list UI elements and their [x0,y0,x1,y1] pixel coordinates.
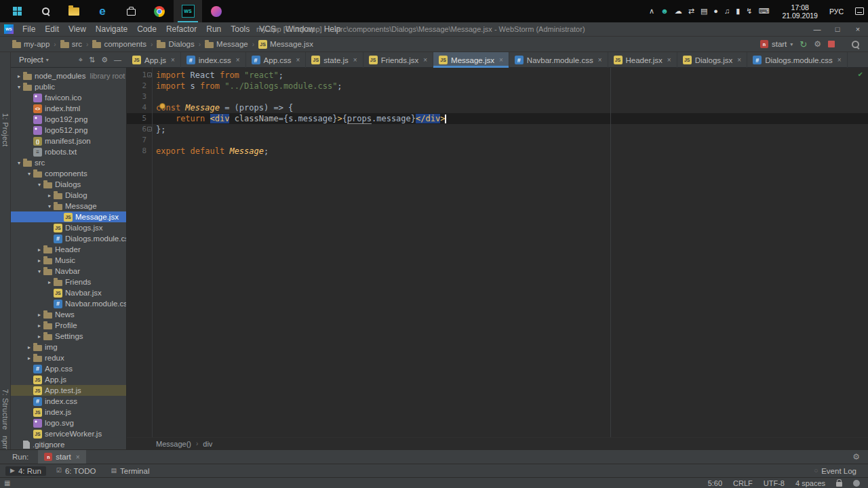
close-icon[interactable]: × [236,56,240,64]
tree-item-Settings[interactable]: ▸Settings [11,331,126,342]
editor-breadcrumb-div[interactable]: div [203,440,212,448]
tree-item-Navbar.jsx[interactable]: JSNavbar.jsx [11,287,126,298]
onedrive-icon[interactable]: ☁ [675,7,682,15]
code-line-8[interactable]: 8export default Message; [127,146,868,157]
tree-item-logo192.png[interactable]: logo192.png [11,114,126,125]
tree-item-Message.jsx[interactable]: JSMessage.jsx [11,211,126,222]
tree-item-favicon.ico[interactable]: favicon.ico [11,92,126,103]
tree-item-logo.svg[interactable]: logo.svg [11,418,126,428]
tree-item-.gitignore[interactable]: .gitignore [11,439,126,449]
expand-collapse-icon[interactable]: ⇅ [89,56,95,64]
menu-tools[interactable]: Tools [226,24,254,34]
stripe-button-project[interactable]: 1: Project [1,113,9,146]
close-icon[interactable]: × [353,56,357,64]
tree-item-serviceWorker.js[interactable]: JSserviceWorker.js [11,428,126,439]
chevron-down-icon[interactable]: ▾ [15,84,23,90]
run-config-selector[interactable]: n start ▾ [760,40,793,48]
tree-item-Dialogs[interactable]: ▾Dialogs [11,179,126,190]
chevron-right-icon[interactable]: ▸ [35,258,43,264]
taskbar-app-media-app[interactable] [202,0,231,22]
chevron-right-icon[interactable]: ▸ [25,355,33,361]
indent-style[interactable]: 4 spaces [795,479,825,487]
tree-item-Music[interactable]: ▸Music [11,255,126,266]
line-number[interactable]: 6− [127,124,152,135]
code-line-6[interactable]: 6−}; [127,124,868,135]
language-indicator[interactable]: РУС [829,7,844,16]
locate-file-icon[interactable]: ⌖ [79,56,83,64]
tab-Message.jsx[interactable]: JSMessage.jsx× [433,52,509,68]
hidden-icons-icon[interactable]: ∧ [649,7,654,15]
tree-item-App.test.js[interactable]: JSApp.test.js [11,385,126,396]
line-number[interactable]: 2 [127,81,152,92]
close-icon[interactable]: × [171,56,175,64]
chevron-right-icon[interactable]: ▸ [45,279,54,285]
taskbar-app-edge[interactable]: e [88,0,117,22]
tree-item-logo512.png[interactable]: logo512.png [11,125,126,136]
tab-Header.jsx[interactable]: JSHeader.jsx× [608,52,677,68]
chevron-right-icon[interactable]: ▸ [45,192,54,199]
tree-item-Dialogs.jsx[interactable]: JSDialogs.jsx [11,222,126,233]
maximize-button[interactable]: □ [827,22,848,37]
close-icon[interactable]: × [76,453,80,461]
close-icon[interactable]: × [598,56,602,64]
project-view-selector[interactable]: Project [19,56,43,64]
tree-item-Dialogs.module.css[interactable]: #Dialogs.module.css [11,233,126,244]
tree-item-components[interactable]: ▾components [11,168,126,179]
code-editor[interactable]: 1−import React from "react";2import s fr… [127,68,868,437]
toolwindow-button-event-log[interactable]: ◌Event Log [810,466,861,476]
tab-App.js[interactable]: JSApp.js× [127,52,181,68]
tree-item-index.js[interactable]: JSindex.js [11,407,126,418]
menu-edit[interactable]: Edit [40,24,64,34]
stripe-button-npm[interactable]: npm [1,436,9,451]
close-icon[interactable]: × [296,56,300,64]
tree-item-Profile[interactable]: ▸Profile [11,320,126,331]
settings-gear-icon[interactable]: ⚙ [101,56,108,64]
code-line-7[interactable]: 7 [127,135,868,146]
breadcrumb-item-my-app[interactable]: my-app [12,40,50,48]
tree-item-Header[interactable]: ▸Header [11,244,126,255]
run-panel-settings-icon[interactable]: ⚙ [852,452,868,462]
chevron-right-icon[interactable]: ▸ [15,73,23,79]
tab-index.css[interactable]: #index.css× [181,52,246,68]
tab-Dialogs.jsx[interactable]: JSDialogs.jsx× [677,52,747,68]
display-icon[interactable]: ▤ [701,7,707,15]
tree-item-Friends[interactable]: ▸Friends [11,277,126,287]
toolwindow-button-4-run[interactable]: ▶4: Run [5,466,46,476]
keyboard-icon[interactable]: ⌨ [759,7,770,15]
line-number[interactable]: 1− [127,70,152,81]
toolwindow-switcher-icon[interactable]: ▦ [4,479,10,487]
line-number[interactable]: 3 [127,92,152,102]
code-line-2[interactable]: 2import s from "../Dialogs.module.css"; [127,81,868,92]
breadcrumb-item-dialogs[interactable]: Dialogs [157,40,194,48]
chevron-right-icon[interactable]: ▸ [35,312,43,318]
editor-breadcrumb-Message()[interactable]: Message() [156,440,191,448]
chevron-right-icon[interactable]: ▸ [35,323,43,329]
code-line-4[interactable]: 4const Message = (props) => { [127,102,868,113]
breadcrumb-item-src[interactable]: src [60,40,82,48]
tree-item-App.js[interactable]: JSApp.js [11,374,126,385]
chevron-down-icon[interactable]: ▾ [35,268,43,274]
breadcrumb-item-components[interactable]: components [92,40,146,48]
taskbar-clock[interactable]: 17:08 21.09.2019 [782,3,818,20]
close-icon[interactable]: × [737,56,741,64]
stop-icon[interactable] [828,41,835,47]
tree-item-News[interactable]: ▸News [11,309,126,320]
chevron-right-icon[interactable]: ▸ [35,247,43,253]
tree-item-img[interactable]: ▸img [11,342,126,352]
line-separator[interactable]: CRLF [733,479,753,487]
tree-item-index.css[interactable]: #index.css [11,396,126,407]
menu-refactor[interactable]: Refactor [161,24,201,34]
code-line-1[interactable]: 1−import React from "react"; [127,70,868,81]
toolwindow-button-6-todo[interactable]: ☑6: TODO [52,466,101,476]
line-number[interactable]: 7 [127,135,152,146]
tree-item-Dialog[interactable]: ▸Dialog [11,190,126,201]
inspections-profile-icon[interactable] [853,480,860,487]
file-encoding[interactable]: UTF-8 [764,479,785,487]
caret-position[interactable]: 5:60 [708,479,722,487]
code-line-3[interactable]: 3 [127,92,868,102]
fold-marker-icon[interactable]: − [147,73,152,77]
chevron-right-icon[interactable]: ▸ [25,344,33,350]
tree-item-index.html[interactable]: <>index.html [11,103,126,114]
tree-item-node_modules[interactable]: ▸node_moduleslibrary root [11,70,126,81]
search-everywhere-icon[interactable] [851,40,860,49]
